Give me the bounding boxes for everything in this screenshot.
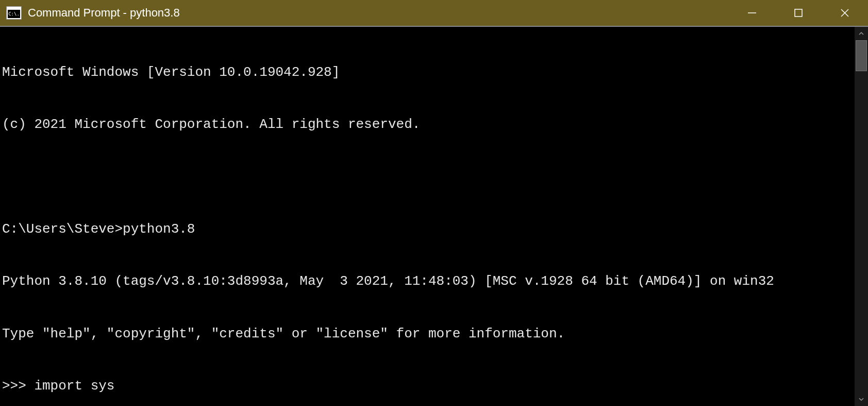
terminal-line: >>> import sys: [2, 378, 853, 395]
terminal-line: Microsoft Windows [Version 10.0.19042.92…: [2, 64, 853, 82]
window-title: Command Prompt - python3.8: [28, 6, 729, 20]
minimize-button[interactable]: [729, 0, 775, 26]
scroll-up-button[interactable]: [855, 27, 868, 40]
window-titlebar[interactable]: C:\. Command Prompt - python3.8: [0, 0, 868, 26]
maximize-icon: [794, 8, 803, 18]
terminal-line: Type "help", "copyright", "credits" or "…: [2, 326, 853, 343]
terminal-output[interactable]: Microsoft Windows [Version 10.0.19042.92…: [0, 27, 855, 406]
close-icon: [840, 8, 849, 18]
terminal-line: Python 3.8.10 (tags/v3.8.10:3d8993a, May…: [2, 273, 853, 290]
chevron-up-icon: [858, 30, 864, 37]
close-button[interactable]: [822, 0, 868, 26]
window-controls: [729, 0, 868, 26]
terminal-line: (c) 2021 Microsoft Corporation. All righ…: [2, 116, 853, 134]
svg-rect-1: [795, 9, 802, 17]
terminal-line: C:\Users\Steve>python3.8: [2, 221, 853, 238]
app-icon: C:\.: [6, 6, 22, 20]
scrollbar[interactable]: [855, 27, 868, 406]
terminal-blank-line: [2, 168, 853, 186]
scroll-track[interactable]: [855, 40, 868, 393]
minimize-icon: [747, 8, 757, 18]
chevron-down-icon: [858, 396, 864, 402]
scroll-down-button[interactable]: [855, 393, 868, 406]
client-area: Microsoft Windows [Version 10.0.19042.92…: [0, 26, 868, 406]
maximize-button[interactable]: [775, 0, 822, 26]
scroll-thumb[interactable]: [856, 40, 867, 71]
app-icon-glyph: C:\.: [8, 10, 20, 18]
